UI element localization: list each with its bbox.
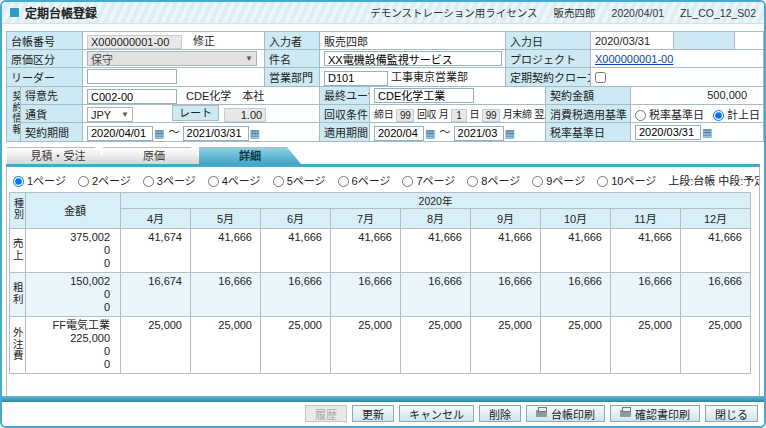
tax-basis-option-posting-date[interactable]: 計上日 (713, 109, 760, 121)
calendar-icon[interactable]: ▦ (425, 128, 435, 139)
closing-day-label: 締日 (374, 109, 393, 120)
month-header-6: 9月 (471, 208, 541, 228)
sales-dept-name: 工事東京営業部 (391, 71, 468, 83)
month-value-cell: 16,666 (261, 272, 331, 316)
page-radio-input-2[interactable] (78, 176, 89, 187)
input-person-label: 入力者 (265, 32, 320, 50)
tab-2[interactable]: 原価 (103, 147, 205, 164)
leader-label: リーダー (7, 68, 83, 87)
page-radio-input-6[interactable] (338, 176, 349, 187)
contract-to-input[interactable] (183, 126, 249, 141)
tax-basis-option-rate-date[interactable]: 税率基準日 (635, 109, 704, 121)
page-radio-2[interactable]: 2ページ (78, 172, 131, 188)
form-table-top: 台帳番号 X000000001-00 修正 入力者 販売四郎 入力日 2020/… (6, 31, 764, 87)
month-header-5: 8月 (401, 208, 471, 228)
type-column-header: 種別 (10, 192, 26, 228)
month-value-cell: 25,000 (191, 316, 261, 373)
monthly-detail-table: 種別 金額 2020年 4月5月6月7月8月9月10月11月12月 売上375,… (9, 192, 751, 374)
page-radio-10[interactable]: 10ページ (597, 172, 656, 188)
footer-button-3[interactable]: キャンセル (399, 405, 474, 422)
page-radio-input-3[interactable] (143, 176, 154, 187)
page-radio-7[interactable]: 7ページ (402, 172, 455, 188)
project-link[interactable]: X000000001-00 (595, 53, 673, 65)
month-header-8: 11月 (611, 208, 681, 228)
page-radio-6[interactable]: 6ページ (338, 172, 391, 188)
subject-input[interactable] (324, 51, 502, 66)
title-square-icon (10, 8, 19, 17)
leader-input[interactable] (87, 69, 177, 84)
footer-button-5[interactable]: 台帳印刷 (526, 405, 605, 422)
month-value-cell: 41,674 (121, 228, 191, 272)
page-radio-input-7[interactable] (402, 176, 413, 187)
month-value-cell: 41,666 (681, 228, 751, 272)
apply-from-input[interactable] (374, 126, 424, 141)
page-radio-input-4[interactable] (208, 176, 219, 187)
tax-rate-date-radio[interactable] (635, 110, 646, 121)
currency-select[interactable]: JPY▼ (87, 107, 133, 122)
title-bar: 定期台帳登録 デモンストレーション用ライセンス 販売四郎 2020/04/01 … (2, 2, 764, 24)
month-value-cell: 41,666 (401, 228, 471, 272)
month-value-cell: 16,666 (541, 272, 611, 316)
month-value-cell: 16,666 (331, 272, 401, 316)
month-header-3: 6月 (261, 208, 331, 228)
contract-amount-label: 契約金額 (546, 86, 631, 105)
page-radio-1[interactable]: 1ページ (13, 172, 66, 188)
contract-period-label: 契約期間 (21, 123, 83, 142)
month-value-cell: 25,000 (541, 316, 611, 373)
tax-rate-date-input[interactable] (635, 125, 701, 140)
page-radio-3[interactable]: 3ページ (143, 172, 196, 188)
page-radio-8[interactable]: 8ページ (467, 172, 520, 188)
tab-1[interactable]: 見積・受注 (7, 147, 109, 164)
collection-note: 月末締 翌月 月末払い (503, 109, 546, 120)
footer-button-4[interactable]: 削除 (479, 405, 521, 422)
empty-value-cell (735, 32, 763, 49)
calendar-icon[interactable]: ▦ (250, 128, 260, 139)
chevron-down-icon: ▼ (245, 54, 253, 63)
project-label: プロジェクト (506, 50, 591, 68)
customer-label: 得意先 (21, 86, 83, 105)
input-date-value: 2020/03/31 (595, 35, 650, 47)
rate-label: レート (172, 105, 219, 121)
contract-from-input[interactable] (87, 126, 153, 141)
calendar-icon[interactable]: ▦ (505, 128, 515, 139)
footer-button-2[interactable]: 更新 (352, 405, 394, 422)
cost-class-label: 原価区分 (7, 50, 83, 68)
footer-button-6[interactable]: 確認書印刷 (610, 405, 700, 422)
system-date: 2020/04/01 (612, 7, 665, 19)
contract-close-label: 定期契約クローズ (506, 68, 591, 87)
contract-close-checkbox[interactable] (595, 72, 606, 83)
printer-icon (536, 410, 547, 417)
month-value-cell: 16,666 (681, 272, 751, 316)
month-header-4: 7月 (331, 208, 401, 228)
rate-value: 1.00 (224, 108, 266, 122)
page-radio-5[interactable]: 5ページ (273, 172, 326, 188)
page-radio-input-1[interactable] (13, 176, 24, 187)
month-value-cell: 25,000 (331, 316, 401, 373)
page-radio-input-10[interactable] (597, 176, 608, 187)
collect-month-label: 回収 月 (417, 109, 449, 120)
posting-date-radio[interactable] (713, 110, 724, 121)
page-radio-4[interactable]: 4ページ (208, 172, 261, 188)
customer-name: CDE化学 本社 (186, 90, 264, 102)
calendar-icon[interactable]: ▦ (154, 128, 164, 139)
page-radio-input-5[interactable] (273, 176, 284, 187)
footer-button-7[interactable]: 閉じる (705, 405, 758, 422)
end-user-input[interactable] (374, 88, 474, 103)
calendar-icon[interactable]: ▦ (702, 127, 712, 138)
currency-label: 通貨 (21, 105, 83, 123)
page-radio-input-9[interactable] (532, 176, 543, 187)
table-row-売上: 売上375,0020041,67441,66641,66641,66641,66… (10, 228, 751, 272)
page-radio-9[interactable]: 9ページ (532, 172, 585, 188)
apply-to-input[interactable] (454, 126, 504, 141)
tab-3[interactable]: 詳細 (199, 147, 301, 164)
month-value-cell: 25,000 (471, 316, 541, 373)
screen-id: ZL_CO_12_S02 (680, 7, 756, 19)
cost-class-select[interactable]: 保守▼ (87, 51, 257, 66)
sales-dept-code-input[interactable] (324, 71, 388, 86)
page-radio-input-8[interactable] (467, 176, 478, 187)
month-value-cell: 25,000 (261, 316, 331, 373)
month-header-9: 12月 (681, 208, 751, 228)
customer-code-input[interactable] (87, 89, 177, 104)
apply-period-label: 適用期間 (320, 123, 370, 142)
input-date-label: 入力日 (506, 32, 591, 50)
